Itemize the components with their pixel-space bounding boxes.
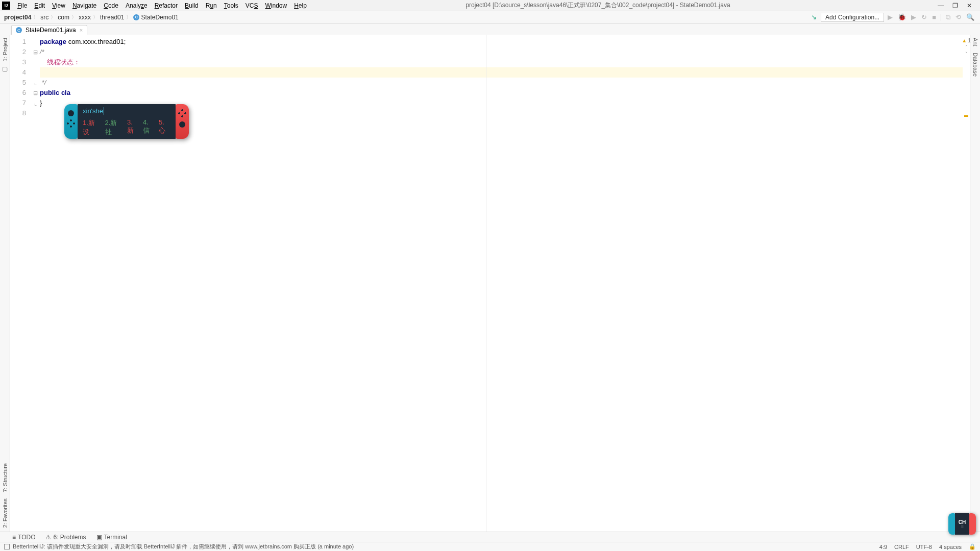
ime-candidate[interactable]: 1.新设 bbox=[83, 118, 101, 137]
comment-text: 线程状态： bbox=[40, 58, 80, 66]
indent-info[interactable]: 4 spaces bbox=[939, 544, 962, 550]
toolbar-right: ↘ Add Configuration... ▶ 🐞 ▶ ↻ ■ ⧉ ⟲ 🔍 bbox=[811, 13, 976, 22]
fold-column: ⊟ ⌞ ⊟ ⌞ bbox=[32, 35, 39, 532]
menu-run[interactable]: Run bbox=[203, 1, 220, 10]
ime-candidate[interactable]: 5.心 bbox=[159, 118, 170, 137]
editor-tab[interactable]: C StateDemo01.java × bbox=[11, 25, 87, 35]
coverage-icon[interactable]: ▶ bbox=[910, 13, 918, 21]
ime-candidate[interactable]: 3.新 bbox=[127, 118, 139, 137]
add-configuration-button[interactable]: Add Configuration... bbox=[821, 13, 884, 22]
stop-icon[interactable]: ■ bbox=[930, 13, 938, 21]
fold-start-icon[interactable]: ⊟ bbox=[32, 88, 39, 98]
breadcrumb-leaf[interactable]: CStateDemo01 bbox=[133, 14, 178, 21]
line-number: 1 bbox=[10, 37, 26, 47]
ime-candidate[interactable]: 4.信 bbox=[143, 118, 155, 137]
breadcrumb-item[interactable]: com bbox=[58, 14, 69, 21]
status-message: BetterIntelliJ: 该插件发现重大安全漏洞，请及时卸载 Better… bbox=[13, 543, 354, 550]
tool-windows-icon[interactable] bbox=[4, 544, 10, 549]
file-encoding[interactable]: UTF-8 bbox=[916, 544, 932, 550]
menu-window[interactable]: Window bbox=[262, 1, 290, 10]
warning-count: 1 bbox=[968, 38, 971, 43]
warning-icon: ⚠ bbox=[45, 534, 51, 541]
close-button[interactable]: ✕ bbox=[966, 2, 973, 9]
separator bbox=[941, 14, 941, 21]
warning-marker[interactable] bbox=[964, 115, 968, 117]
keyword: public bbox=[40, 89, 61, 96]
line-number: 3 bbox=[10, 57, 26, 67]
ant-tool-button[interactable]: Ant bbox=[972, 36, 978, 48]
ime-language-label: CH bbox=[959, 519, 966, 525]
breadcrumb-root[interactable]: project04 bbox=[4, 14, 31, 21]
ime-input-text: xin'she bbox=[83, 107, 104, 115]
main-menu: File Edit View Navigate Code Analyze Ref… bbox=[14, 1, 310, 10]
app-icon bbox=[2, 2, 10, 10]
chevron-right-icon: 〉 bbox=[71, 14, 77, 21]
ime-candidate-popup: xin'she 1.新设 2.新社 3.新 4.信 5.心 bbox=[64, 104, 189, 139]
line-number: 4 bbox=[10, 67, 26, 78]
comment: */ bbox=[40, 79, 46, 86]
list-icon: ≡ bbox=[12, 534, 16, 541]
menu-help[interactable]: Help bbox=[291, 1, 310, 10]
line-number: 5 bbox=[10, 78, 26, 88]
ime-language-indicator[interactable]: CH ⠿ bbox=[948, 513, 976, 535]
terminal-tool-button[interactable]: ▣Terminal bbox=[96, 534, 127, 541]
chevron-up-icon[interactable]: ˄ bbox=[965, 44, 968, 50]
editor-tabs: C StateDemo01.java × bbox=[0, 23, 980, 35]
breadcrumb-item[interactable]: thread01 bbox=[100, 14, 124, 21]
minimize-button[interactable]: — bbox=[937, 2, 944, 9]
joycon-right-icon bbox=[176, 104, 189, 139]
bottom-tool-bar: ≡TODO ⚠6: Problems ▣Terminal bbox=[0, 532, 980, 542]
todo-tool-button[interactable]: ≡TODO bbox=[12, 534, 35, 541]
git-icon[interactable]: ⧉ bbox=[944, 13, 952, 21]
menu-edit[interactable]: Edit bbox=[31, 1, 48, 10]
menu-view[interactable]: View bbox=[49, 1, 68, 10]
breadcrumb-item[interactable]: src bbox=[40, 14, 48, 21]
fold-end-icon[interactable]: ⌞ bbox=[32, 78, 39, 88]
folder-icon: ▢ bbox=[2, 65, 8, 72]
favorites-tool-button[interactable]: 2: Favorites bbox=[2, 496, 8, 530]
search-icon[interactable]: 🔍 bbox=[965, 13, 976, 21]
left-tool-stripe: 1: Project ▢ 7: Structure 2: Favorites bbox=[0, 35, 10, 532]
chevron-right-icon: 〉 bbox=[93, 14, 98, 21]
menu-analyze[interactable]: Analyze bbox=[122, 1, 151, 10]
chevron-right-icon: 〉 bbox=[126, 14, 131, 21]
menu-code[interactable]: Code bbox=[101, 1, 121, 10]
fold-end-icon[interactable]: ⌞ bbox=[32, 98, 39, 108]
annotation-stripe: ▲1 ˄ ˅ bbox=[963, 35, 970, 532]
caret-position[interactable]: 4:9 bbox=[879, 544, 887, 550]
navigation-bar: project04 〉 src 〉 com 〉 xxxx 〉 thread01 … bbox=[0, 11, 980, 23]
update-icon[interactable]: ⟲ bbox=[954, 13, 963, 21]
fold-start-icon[interactable]: ⊟ bbox=[32, 47, 39, 57]
run-icon[interactable]: ▶ bbox=[886, 13, 894, 21]
line-number: 2 bbox=[10, 47, 26, 57]
menu-tools[interactable]: Tools bbox=[221, 1, 241, 10]
close-icon[interactable]: × bbox=[80, 27, 83, 33]
readonly-icon[interactable]: 🔒 bbox=[969, 543, 976, 550]
database-tool-button[interactable]: Database bbox=[972, 51, 978, 79]
menu-file[interactable]: File bbox=[14, 1, 30, 10]
ime-screen: xin'she 1.新设 2.新社 3.新 4.信 5.心 bbox=[78, 104, 176, 139]
build-icon[interactable]: ↘ bbox=[811, 13, 817, 21]
problems-tool-button[interactable]: ⚠6: Problems bbox=[45, 534, 86, 541]
menu-vcs[interactable]: VCS bbox=[242, 1, 261, 10]
class-icon: C bbox=[133, 14, 139, 20]
window-controls: — ❐ ✕ bbox=[937, 2, 980, 9]
line-separator[interactable]: CRLF bbox=[894, 544, 909, 550]
ime-indicator-screen: CH ⠿ bbox=[955, 513, 969, 535]
menu-build[interactable]: Build bbox=[182, 1, 202, 10]
breadcrumb-item[interactable]: xxxx bbox=[79, 14, 91, 21]
tab-label: StateDemo01.java bbox=[26, 27, 76, 34]
structure-tool-button[interactable]: 7: Structure bbox=[2, 461, 8, 494]
line-number: 6 bbox=[10, 88, 26, 98]
menu-refactor[interactable]: Refactor bbox=[152, 1, 181, 10]
keyword: package bbox=[40, 38, 66, 45]
maximize-button[interactable]: ❐ bbox=[951, 2, 959, 9]
dots-icon: ⠿ bbox=[961, 525, 964, 529]
ime-candidate[interactable]: 2.新社 bbox=[105, 118, 124, 137]
profile-icon[interactable]: ↻ bbox=[920, 13, 928, 21]
inspection-indicator[interactable]: ▲1 bbox=[962, 38, 970, 43]
chevron-down-icon[interactable]: ˅ bbox=[965, 51, 968, 57]
menu-navigate[interactable]: Navigate bbox=[69, 1, 100, 10]
debug-icon[interactable]: 🐞 bbox=[896, 13, 908, 21]
project-tool-button[interactable]: 1: Project bbox=[2, 36, 8, 63]
